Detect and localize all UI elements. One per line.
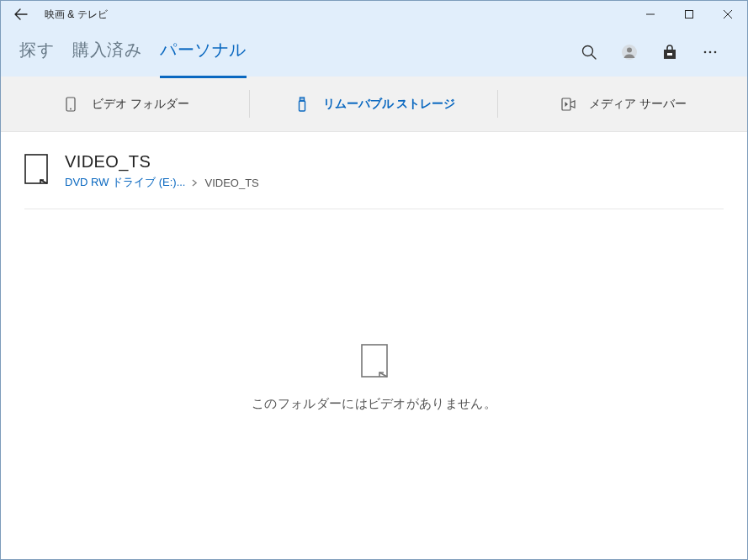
more-button[interactable] <box>690 32 730 72</box>
back-button[interactable] <box>1 1 41 28</box>
empty-message: このフォルダーにはビデオがありません。 <box>252 396 496 412</box>
tab-explore[interactable]: 探す <box>19 39 54 66</box>
maximize-button[interactable] <box>670 1 708 28</box>
breadcrumb-drive-link[interactable]: DVD RW ドライブ (E:)... <box>65 175 185 190</box>
close-icon <box>724 10 732 18</box>
shopping-bag-icon <box>661 44 678 61</box>
subtab-label: リムーバブル ストレージ <box>323 97 456 112</box>
empty-folder-icon <box>361 344 388 381</box>
breadcrumb-current: VIDEO_TS <box>204 177 258 189</box>
tab-purchased[interactable]: 購入済み <box>72 39 141 66</box>
svg-point-9 <box>70 108 72 109</box>
minimize-button[interactable] <box>631 1 670 28</box>
account-button[interactable] <box>609 32 650 72</box>
svg-rect-12 <box>300 98 301 100</box>
chevron-right-icon <box>192 177 198 189</box>
subtab-media-servers[interactable]: メディア サーバー <box>498 77 747 131</box>
tab-personal[interactable]: パーソナル <box>160 39 247 66</box>
titlebar: 映画 & テレビ <box>1 1 747 28</box>
empty-state: このフォルダーにはビデオがありません。 <box>24 209 724 559</box>
subtab-label: メディア サーバー <box>589 97 687 112</box>
svg-rect-13 <box>302 98 303 100</box>
svg-rect-15 <box>25 155 47 183</box>
main-nav: 探す 購入済み パーソナル <box>1 28 747 77</box>
svg-point-7 <box>714 51 717 54</box>
folder-header: VIDEO_TS DVD RW ドライブ (E:)... VIDEO_TS <box>24 152 724 209</box>
user-icon <box>621 44 638 61</box>
close-button[interactable] <box>708 1 747 28</box>
svg-rect-11 <box>300 98 304 101</box>
minimize-icon <box>646 10 655 18</box>
content-area: VIDEO_TS DVD RW ドライブ (E:)... VIDEO_TS <box>1 132 747 559</box>
subtab-video-folders[interactable]: ビデオ フォルダー <box>1 77 250 131</box>
svg-point-6 <box>709 51 712 54</box>
back-arrow-icon <box>14 8 28 21</box>
search-button[interactable] <box>569 32 609 72</box>
svg-point-5 <box>704 51 707 54</box>
source-tabs: ビデオ フォルダー リムーバブル ストレージ メディア <box>1 77 747 132</box>
folder-page-icon <box>24 154 48 184</box>
svg-rect-10 <box>299 101 305 111</box>
breadcrumb: DVD RW ドライブ (E:)... VIDEO_TS <box>65 175 259 190</box>
usb-drive-icon <box>293 95 311 114</box>
store-button[interactable] <box>650 32 690 72</box>
media-server-icon <box>559 95 577 114</box>
svg-rect-4 <box>667 53 672 55</box>
search-icon <box>581 44 597 61</box>
svg-rect-0 <box>686 11 693 18</box>
app-title: 映画 & テレビ <box>45 8 108 22</box>
subtab-label: ビデオ フォルダー <box>92 97 189 112</box>
app-window: 映画 & テレビ 探す 購入済み パーソナル <box>0 0 748 560</box>
maximize-icon <box>685 10 693 18</box>
svg-point-3 <box>627 48 632 53</box>
more-icon <box>702 44 719 61</box>
subtab-removable-storage[interactable]: リムーバブル ストレージ <box>250 77 499 131</box>
device-phone-icon <box>61 95 80 114</box>
folder-title: VIDEO_TS <box>65 152 259 172</box>
